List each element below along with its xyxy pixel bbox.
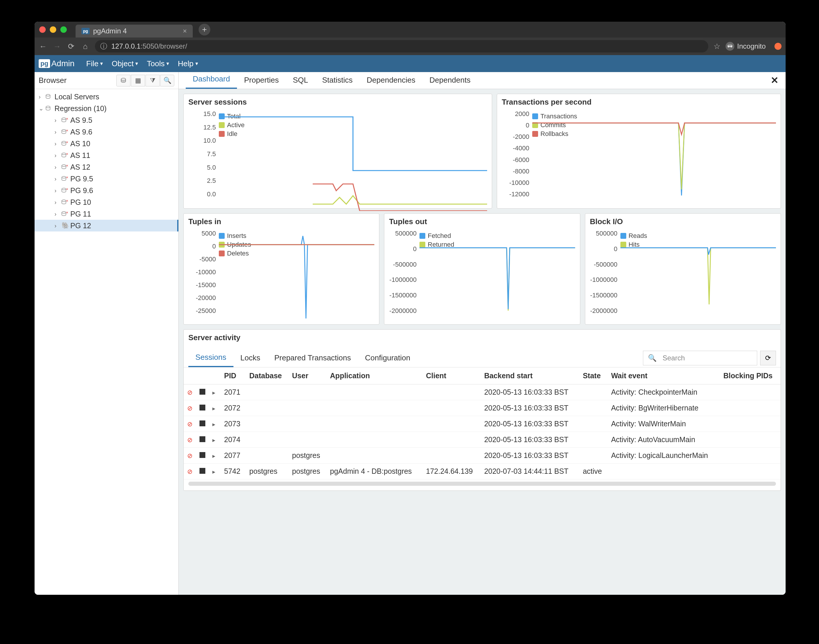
menu-tools[interactable]: Tools▾ [147, 59, 169, 68]
extension-badge[interactable] [775, 43, 782, 50]
close-tab-icon[interactable]: × [183, 27, 187, 35]
main-tab-statistics[interactable]: Statistics [315, 72, 360, 89]
activity-tab-prepared-transactions[interactable]: Prepared Transactions [267, 349, 358, 366]
tree-group[interactable]: ⌄Regression (10) [35, 103, 178, 114]
session-row[interactable]: ⊘ ▸ 2077postgres2020-05-13 16:03:33 BSTA… [184, 448, 781, 463]
tree-server[interactable]: ›✕AS 12 [35, 161, 178, 173]
activity-tab-sessions[interactable]: Sessions [188, 349, 233, 367]
terminate-icon[interactable] [199, 389, 205, 395]
cancel-icon[interactable]: ⊘ [187, 405, 193, 412]
expand-icon[interactable]: ▸ [212, 389, 215, 396]
panel-title: Server sessions [184, 94, 492, 110]
col-header[interactable]: Client [423, 367, 481, 385]
site-info-icon[interactable]: ⓘ [100, 41, 107, 51]
pgadmin-logo[interactable]: pg Admin [39, 59, 74, 68]
back-icon[interactable]: ← [39, 42, 47, 51]
cancel-icon[interactable]: ⊘ [187, 420, 193, 428]
session-row[interactable]: ⊘ ▸ 20722020-05-13 16:03:33 BSTActivity:… [184, 400, 781, 416]
incognito-badge[interactable]: 🕶 Incognito [726, 42, 766, 51]
tree-group[interactable]: ›Local Servers [35, 91, 178, 103]
maximize-window-button[interactable] [60, 26, 67, 33]
view-data-button[interactable]: ▦ [131, 75, 145, 86]
block-io-panel: Block I/O 5000000-500000-1000000-1500000… [585, 213, 781, 325]
svg-text:✕: ✕ [66, 164, 68, 167]
main-tab-properties[interactable]: Properties [237, 72, 286, 89]
horizontal-scrollbar[interactable] [188, 482, 776, 486]
refresh-button[interactable]: ⟳ [760, 351, 776, 365]
server-tree[interactable]: ›Local Servers⌄Regression (10)›✕AS 9.5›✕… [35, 89, 178, 595]
expand-icon[interactable]: ▸ [212, 421, 215, 428]
close-panel-icon[interactable]: ✕ [771, 75, 779, 89]
home-icon[interactable]: ⌂ [81, 42, 90, 51]
cancel-icon[interactable]: ⊘ [187, 389, 193, 396]
activity-tab-locks[interactable]: Locks [233, 349, 268, 366]
tuples-in-panel: Tuples in 50000-5000-10000-15000-20000-2… [184, 213, 379, 325]
search-button[interactable]: 🔍 [160, 75, 174, 86]
tree-server[interactable]: ›✕AS 11 [35, 149, 178, 161]
sidebar-header: Browser ⛁ ▦ ⧩ 🔍 [35, 72, 178, 89]
col-header[interactable]: PID [220, 367, 246, 385]
col-header[interactable]: Wait event [608, 367, 720, 385]
svg-text:✕: ✕ [66, 211, 68, 214]
terminate-icon[interactable] [199, 436, 205, 442]
session-row[interactable]: ⊘ ▸ 5742postgrespostgrespgAdmin 4 - DB:p… [184, 463, 781, 479]
tree-server[interactable]: ›✕PG 11 [35, 208, 178, 220]
browser-tab[interactable]: pg pgAdmin 4 × [76, 25, 193, 37]
terminate-icon[interactable] [199, 452, 205, 458]
expand-icon[interactable]: ▸ [212, 405, 215, 412]
reload-icon[interactable]: ⟳ [67, 42, 76, 51]
logo-prefix: pg [39, 59, 50, 68]
expand-icon[interactable]: ▸ [212, 469, 215, 475]
terminate-icon[interactable] [199, 468, 205, 474]
menu-object[interactable]: Object▾ [112, 59, 138, 68]
tout-chart [419, 230, 575, 320]
menu-help[interactable]: Help▾ [178, 59, 198, 68]
tree-server[interactable]: ›✕AS 9.5 [35, 114, 178, 126]
tree-server[interactable]: ›✕AS 10 [35, 138, 178, 149]
col-header[interactable]: State [579, 367, 608, 385]
tree-server[interactable]: ›✕PG 10 [35, 196, 178, 208]
minimize-window-button[interactable] [50, 26, 56, 33]
url-field[interactable]: ⓘ 127.0.0.1 :5050 /browser/ [95, 40, 708, 52]
browser-sidebar: Browser ⛁ ▦ ⧩ 🔍 ›Local Servers⌄Regressio… [35, 72, 179, 595]
col-header[interactable]: Application [327, 367, 423, 385]
forward-icon[interactable]: → [53, 42, 61, 51]
new-tab-button[interactable]: + [199, 24, 210, 35]
content-area: Browser ⛁ ▦ ⧩ 🔍 ›Local Servers⌄Regressio… [35, 72, 785, 595]
main-tab-dashboard[interactable]: Dashboard [186, 72, 237, 89]
main-tab-sql[interactable]: SQL [286, 72, 315, 89]
cancel-icon[interactable]: ⊘ [187, 436, 193, 443]
main-menu: File▾ Object▾ Tools▾ Help▾ [86, 59, 198, 68]
main-tabs: DashboardPropertiesSQLStatisticsDependen… [179, 72, 785, 89]
tab-title: pgAdmin 4 [93, 27, 127, 35]
tree-server[interactable]: ›✕PG 9.6 [35, 185, 178, 196]
filter-button[interactable]: ⧩ [145, 75, 160, 86]
terminate-icon[interactable] [199, 420, 205, 426]
main-tab-dependents[interactable]: Dependents [423, 72, 478, 89]
col-header[interactable]: Backend start [481, 367, 579, 385]
svg-point-12 [62, 176, 66, 178]
col-header[interactable]: Database [246, 367, 289, 385]
session-row[interactable]: ⊘ ▸ 20742020-05-13 16:03:33 BSTActivity:… [184, 432, 781, 448]
svg-point-16 [62, 200, 66, 202]
cancel-icon[interactable]: ⊘ [187, 468, 193, 475]
close-window-button[interactable] [39, 26, 46, 33]
expand-icon[interactable]: ▸ [212, 453, 215, 459]
svg-text:✕: ✕ [66, 129, 68, 132]
col-header[interactable]: Blocking PIDs [720, 367, 781, 385]
menu-file[interactable]: File▾ [86, 59, 103, 68]
tree-server[interactable]: ›✕PG 9.5 [35, 173, 178, 185]
tree-server[interactable]: ›🐘PG 12 [35, 220, 178, 232]
query-tool-button[interactable]: ⛁ [116, 75, 130, 86]
expand-icon[interactable]: ▸ [212, 437, 215, 443]
cancel-icon[interactable]: ⊘ [187, 452, 193, 459]
session-row[interactable]: ⊘ ▸ 20732020-05-13 16:03:33 BSTActivity:… [184, 416, 781, 432]
session-row[interactable]: ⊘ ▸ 20712020-05-13 16:03:33 BSTActivity:… [184, 385, 781, 400]
activity-search[interactable]: 🔍 Search [643, 351, 757, 365]
terminate-icon[interactable] [199, 405, 205, 411]
col-header[interactable]: User [289, 367, 327, 385]
main-tab-dependencies[interactable]: Dependencies [360, 72, 423, 89]
bookmark-icon[interactable]: ☆ [713, 42, 720, 51]
activity-tab-configuration[interactable]: Configuration [358, 349, 417, 366]
tree-server[interactable]: ›✕AS 9.6 [35, 126, 178, 138]
